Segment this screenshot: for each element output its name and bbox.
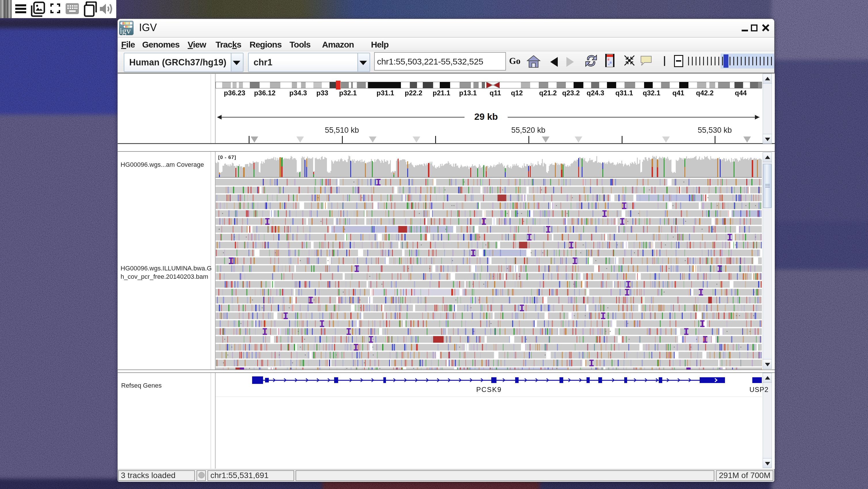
svg-text:igv: igv [120,26,131,35]
